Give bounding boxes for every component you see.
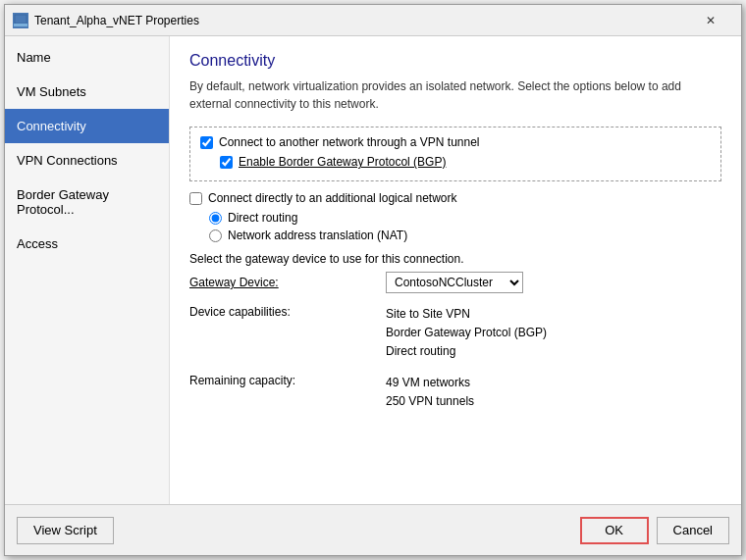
dialog-title: Tenant_Alpha_vNET Properties xyxy=(34,14,688,27)
logical-network-label: Connect directly to an additional logica… xyxy=(208,191,456,205)
svg-rect-0 xyxy=(15,15,27,24)
description: By default, network virtualization provi… xyxy=(189,77,721,113)
dialog-footer: View Script OK Cancel xyxy=(5,504,741,555)
sidebar-item-border-gateway[interactable]: Border Gateway Protocol... xyxy=(5,178,169,227)
dialog-body: Name VM Subnets Connectivity VPN Connect… xyxy=(5,36,741,504)
logical-network-checkbox-row: Connect directly to an additional logica… xyxy=(189,191,721,205)
direct-routing-radio-row: Direct routing xyxy=(209,211,721,225)
remaining-capacity-row: Remaining capacity: 49 VM networks250 VP… xyxy=(189,374,721,411)
sidebar: Name VM Subnets Connectivity VPN Connect… xyxy=(5,36,170,504)
vpn-checkbox[interactable] xyxy=(200,136,213,149)
sidebar-item-access[interactable]: Access xyxy=(5,227,169,261)
logical-network-option-group: Connect directly to an additional logica… xyxy=(189,191,721,242)
radio-group: Direct routing Network address translati… xyxy=(209,211,721,242)
ok-button[interactable]: OK xyxy=(580,517,649,544)
svg-rect-1 xyxy=(14,24,27,26)
nat-radio-row: Network address translation (NAT) xyxy=(209,229,721,242)
view-script-button[interactable]: View Script xyxy=(17,517,114,544)
vpn-checkbox-row: Connect to another network through a VPN… xyxy=(200,135,711,149)
direct-routing-radio[interactable] xyxy=(209,212,222,225)
vpn-option-group: Connect to another network through a VPN… xyxy=(189,127,721,181)
sidebar-item-vm-subnets[interactable]: VM Subnets xyxy=(5,75,169,109)
cancel-button[interactable]: Cancel xyxy=(657,517,729,544)
sidebar-item-vpn-connections[interactable]: VPN Connections xyxy=(5,143,169,178)
info-table: Device capabilities: Site to Site VPNBor… xyxy=(189,305,721,411)
nat-routing-radio[interactable] xyxy=(209,229,222,242)
gateway-row: Gateway Device: ContosoNCCluster xyxy=(189,272,721,293)
footer-right: OK Cancel xyxy=(580,517,729,544)
properties-dialog: Tenant_Alpha_vNET Properties ✕ Name VM S… xyxy=(4,4,742,556)
footer-left: View Script xyxy=(17,517,580,544)
bgp-checkbox[interactable] xyxy=(220,156,233,169)
device-capabilities-value: Site to Site VPNBorder Gateway Protcol (… xyxy=(386,305,547,362)
section-title: Connectivity xyxy=(189,52,721,70)
direct-routing-label: Direct routing xyxy=(228,211,297,225)
bgp-checkbox-row: Enable Border Gateway Protocol (BGP) xyxy=(220,155,711,169)
title-bar: Tenant_Alpha_vNET Properties ✕ xyxy=(5,5,741,36)
close-button[interactable]: ✕ xyxy=(688,5,733,35)
gateway-select-description: Select the gateway device to use for thi… xyxy=(189,252,721,266)
remaining-capacity-label: Remaining capacity: xyxy=(189,374,386,411)
main-content: Connectivity By default, network virtual… xyxy=(170,36,741,504)
gateway-device-select[interactable]: ContosoNCCluster xyxy=(386,272,523,293)
title-bar-icon xyxy=(13,13,28,28)
logical-network-checkbox[interactable] xyxy=(189,192,202,205)
remaining-capacity-value: 49 VM networks250 VPN tunnels xyxy=(386,374,474,411)
bgp-label: Enable Border Gateway Protocol (BGP) xyxy=(239,155,446,169)
nat-routing-label: Network address translation (NAT) xyxy=(228,229,407,242)
device-capabilities-row: Device capabilities: Site to Site VPNBor… xyxy=(189,305,721,362)
device-capabilities-label: Device capabilities: xyxy=(189,305,386,362)
vpn-label: Connect to another network through a VPN… xyxy=(219,135,480,149)
sidebar-item-name[interactable]: Name xyxy=(5,40,169,75)
sidebar-item-connectivity[interactable]: Connectivity xyxy=(5,109,169,143)
gateway-device-label: Gateway Device: xyxy=(189,276,386,289)
